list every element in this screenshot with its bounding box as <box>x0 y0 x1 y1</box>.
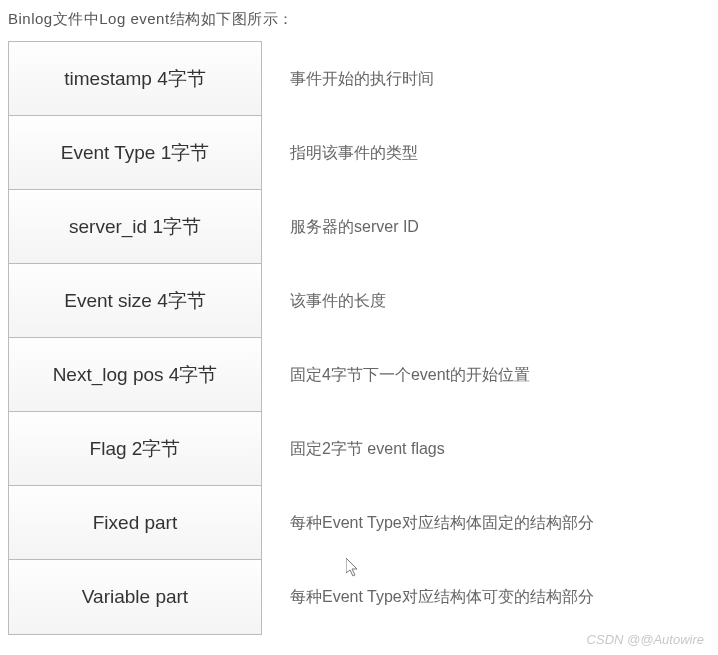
field-box: Fixed part <box>9 486 261 560</box>
diagram-title: Binlog文件中Log event结构如下图所示： <box>8 10 710 29</box>
field-box: timestamp 4字节 <box>9 42 261 116</box>
field-description: 该事件的长度 <box>290 263 710 337</box>
field-description: 事件开始的执行时间 <box>290 41 710 115</box>
field-description: 固定2字节 event flags <box>290 411 710 485</box>
description-column: 事件开始的执行时间 指明该事件的类型 服务器的server ID 该事件的长度 … <box>262 41 710 635</box>
field-box: Event size 4字节 <box>9 264 261 338</box>
field-box: Next_log pos 4字节 <box>9 338 261 412</box>
field-box: server_id 1字节 <box>9 190 261 264</box>
structure-column: timestamp 4字节 Event Type 1字节 server_id 1… <box>8 41 262 635</box>
field-description: 每种Event Type对应结构体可变的结构部分 <box>290 559 710 633</box>
diagram-grid: timestamp 4字节 Event Type 1字节 server_id 1… <box>8 41 710 635</box>
field-description: 固定4字节下一个event的开始位置 <box>290 337 710 411</box>
field-box: Variable part <box>9 560 261 634</box>
watermark-text: CSDN @@Autowire <box>587 632 704 647</box>
field-box: Event Type 1字节 <box>9 116 261 190</box>
field-description: 指明该事件的类型 <box>290 115 710 189</box>
field-description: 服务器的server ID <box>290 189 710 263</box>
field-box: Flag 2字节 <box>9 412 261 486</box>
field-description: 每种Event Type对应结构体固定的结构部分 <box>290 485 710 559</box>
